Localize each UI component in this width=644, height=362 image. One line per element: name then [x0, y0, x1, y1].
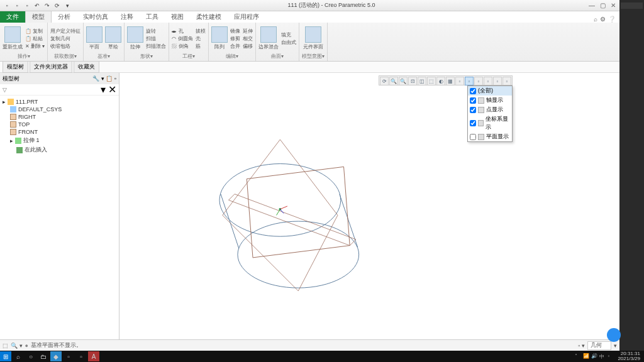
filter-point[interactable]: 点显示 [468, 105, 512, 114]
tree-front[interactable]: FRONT [1, 128, 118, 136]
qat-close-icon[interactable]: ▾ [63, 1, 72, 10]
tab-flex[interactable]: 柔性建模 [190, 11, 228, 23]
regen-button[interactable]: 重新生成 [3, 26, 23, 50]
qat-undo-icon[interactable]: ↶ [33, 1, 42, 10]
offset-button[interactable]: 偏移 [243, 43, 253, 50]
help-icon[interactable]: ❔ [608, 16, 616, 23]
task-search[interactable]: ⌕ [13, 351, 24, 361]
boundary-button[interactable]: 边界混合 [258, 26, 279, 50]
search-help-icon[interactable]: ⌕ [594, 16, 597, 23]
sb-sel-icon[interactable]: ▫ ▾ [578, 343, 585, 349]
tab-view[interactable]: 视图 [165, 11, 190, 23]
compintf-button[interactable]: 元件界面 [303, 26, 323, 50]
vt-refit[interactable]: ⟳ [380, 77, 389, 85]
subtab-fav[interactable]: 收藏夹 [74, 61, 99, 73]
tray-up-icon[interactable]: ˄ [575, 353, 581, 359]
fill-button[interactable]: 填充 [281, 31, 296, 38]
tab-analysis[interactable]: 分析 [52, 11, 77, 23]
freestyle-button[interactable]: 自由式 [281, 39, 296, 46]
task-cortana[interactable]: ○ [25, 351, 36, 361]
hole-button[interactable]: 🕳 孔 [172, 28, 192, 35]
shell-button[interactable]: 壳 [196, 35, 206, 42]
minimize-button[interactable]: — [589, 2, 595, 9]
filter-point-check[interactable] [470, 107, 476, 113]
qat-save-icon[interactable]: ▫ [23, 1, 31, 10]
search-input[interactable] [3, 87, 101, 93]
tray-net-icon[interactable]: 📶 [583, 353, 589, 359]
sweptblend-button[interactable]: 扫描混合 [146, 43, 166, 50]
task-app3[interactable]: ▫ [75, 351, 87, 361]
shrinkwrap-button[interactable]: 收缩包络 [50, 43, 80, 50]
mirror-button[interactable]: 镜像 [230, 28, 240, 35]
tab-model[interactable]: 模型 [25, 11, 52, 23]
sidebar-tools[interactable]: 🔧 ▾ 📋 ▫ [92, 75, 116, 82]
filter-all-check[interactable] [470, 88, 476, 94]
task-app4[interactable]: A [88, 351, 99, 361]
vt-axis[interactable]: ▫ [474, 77, 483, 85]
intersect-button[interactable]: 相交 [243, 35, 253, 42]
tree-extrude1[interactable]: ▸拉伸 1 [1, 136, 118, 145]
tray-ime-icon[interactable]: 中 [599, 353, 606, 359]
copygeo-button[interactable]: 复制几何 [50, 35, 80, 42]
vt-style2[interactable]: ◐ [436, 77, 445, 85]
vt-zoomin[interactable]: 🔍 [389, 77, 398, 85]
sb-more-icon[interactable]: ▾ [614, 343, 617, 349]
tray-bat-icon[interactable]: ▫ [608, 353, 614, 359]
revolve-button[interactable]: 旋转 [146, 28, 166, 35]
tab-file[interactable]: 文件 [0, 11, 25, 23]
tree-csys[interactable]: DEFAULT_CSYS [1, 106, 118, 113]
maximize-button[interactable]: ▢ [600, 2, 606, 9]
tab-apps[interactable]: 应用程序 [228, 11, 265, 23]
settings-icon[interactable]: ⚙ [600, 16, 606, 23]
filter-csys[interactable]: 坐标系显示 [468, 114, 512, 132]
start-button[interactable]: ⊞ [0, 351, 11, 361]
udf-button[interactable]: 用户定义特征 [50, 28, 80, 35]
sb-icon2[interactable]: 🔍 ▾ [11, 343, 23, 349]
filter-plane-check[interactable] [470, 134, 476, 140]
qat-new-icon[interactable]: ▫ [3, 1, 11, 10]
side-bubble-icon[interactable] [607, 328, 621, 342]
vt-saved[interactable]: ◫ [418, 77, 426, 85]
vt-zoomall[interactable]: ⊡ [408, 77, 417, 85]
tree-top[interactable]: TOP [1, 121, 118, 128]
vt-plane[interactable]: ▫ [502, 77, 511, 85]
close-button[interactable]: ✕ [611, 2, 616, 9]
paste-button[interactable]: 📋 粘贴 [25, 35, 45, 42]
vt-datum-filter[interactable]: ▫ [465, 77, 474, 85]
filter-axis-check[interactable] [470, 97, 476, 104]
filter-all[interactable]: (全部) [468, 86, 512, 96]
sb-icon1[interactable]: ⬚ [3, 343, 8, 349]
round-button[interactable]: ◠ 倒圆角 [172, 35, 192, 42]
chamfer-button[interactable]: ▨ 倒角 [172, 43, 192, 50]
tab-realtime[interactable]: 实时仿真 [77, 11, 114, 23]
extend-button[interactable]: 延伸 [243, 28, 253, 35]
subtab-modeltree[interactable]: 模型树 [3, 61, 28, 73]
vt-csys[interactable]: ▫ [493, 77, 502, 85]
qat-open-icon[interactable]: ▫ [13, 1, 21, 10]
qat-redo-icon[interactable]: ↷ [43, 1, 52, 10]
graphics-canvas[interactable]: ⟳ 🔍 🔍 ⊡ ◫ ⬚ ◐ ▦ ▫ ▫ ▫ ▫ ▫ ▫ (全部) 轴显示 点显示… [119, 73, 619, 339]
search-dropdown-icon[interactable]: ▾ ✕ [101, 84, 116, 96]
copy-button[interactable]: 📋 复制 [25, 28, 45, 35]
task-explorer[interactable]: 🗀 [38, 351, 49, 361]
vt-ann[interactable]: ▫ [455, 77, 464, 85]
plane-button[interactable]: 平面 [86, 26, 103, 50]
taskbar-clock[interactable]: 20:31:31 2021/3/29 [618, 351, 640, 361]
tree-insert-here[interactable]: 在此插入 [1, 145, 118, 155]
task-app2[interactable]: ▫ [63, 351, 74, 361]
pattern-button[interactable]: 阵列 [211, 26, 228, 50]
vt-style1[interactable]: ⬚ [427, 77, 436, 85]
tree-right[interactable]: RIGHT [1, 113, 118, 121]
extrude-button[interactable]: 拉伸 [127, 26, 143, 50]
filter-plane[interactable]: 平面显示 [468, 132, 512, 141]
sketch-button[interactable]: 草绘 [105, 26, 121, 50]
draft-button[interactable]: 拔模 [196, 28, 206, 35]
tray-vol-icon[interactable]: 🔊 [591, 353, 597, 359]
vt-pt[interactable]: ▫ [484, 77, 492, 85]
qat-regen-icon[interactable]: ⟳ [53, 1, 62, 10]
merge-button[interactable]: 合并 [230, 43, 240, 50]
tree-root[interactable]: ▸111.PRT [1, 98, 118, 106]
delete-button[interactable]: ✕ 删除 ▾ [25, 43, 45, 50]
sweep-button[interactable]: 扫描 [146, 35, 166, 42]
task-app1[interactable]: ◆ [50, 351, 62, 361]
